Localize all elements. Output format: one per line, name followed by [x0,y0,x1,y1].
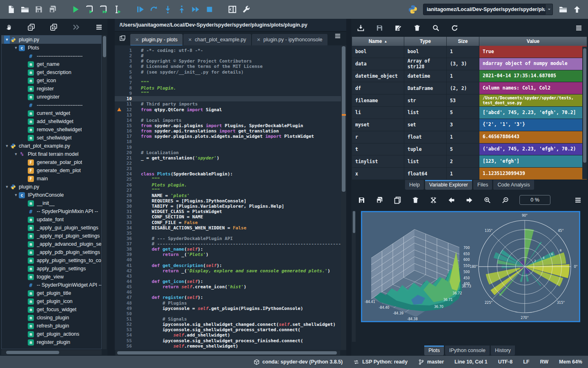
step-into-icon[interactable] [161,2,175,16]
status-cursor[interactable]: Line 10, Col 1 [454,359,488,365]
outline-item-toggle_view[interactable]: mtoggle_view [2,273,101,281]
tree-chevron-icon[interactable]: ▼ [13,193,19,197]
search-variables-icon[interactable] [430,22,442,34]
variable-name[interactable]: x [352,168,404,180]
variable-name[interactable]: r [352,131,404,143]
variable-size[interactable]: (2, 2) [447,82,479,94]
outline-item-chart_plot_example.py[interactable]: ▼chart_plot_example.py [2,142,101,150]
variable-value[interactable]: {'2', '1', '3'} [479,119,587,131]
close-tab-icon[interactable]: ✕ [188,37,192,43]
variable-type[interactable]: bool [404,46,447,58]
plot-thumbnail-selected[interactable]: 700650600550500450400-84.41-84.40-84.39-… [361,211,580,322]
outline-item-_apply_advanced_plugin_s[interactable]: m_apply_advanced_plugin_settings [2,240,101,248]
next-plot-icon[interactable] [463,194,475,206]
variable-row-bool[interactable]: boolbool1True [352,46,587,58]
tree-chevron-icon[interactable]: ▼ [13,152,19,156]
variable-value[interactable]: 6.46567886443 [479,131,587,143]
menu-icon[interactable] [93,21,105,33]
outline-vertical-scrollbar[interactable] [102,35,107,349]
save-all-plots-icon[interactable] [373,194,385,206]
column-header-name[interactable]: Name▲ [352,37,404,46]
outline-item-plots[interactable]: ▼cPlots [2,44,101,52]
outline-item-refresh_plugin[interactable]: mrefresh_plugin [2,322,101,330]
variable-type[interactable]: float [404,131,447,143]
status-eol[interactable]: LF [523,359,529,365]
split-editor-icon[interactable] [117,33,128,44]
code-editor[interactable]: 1# -*- coding: utf-8 -*-2#3# Copyright ©… [115,45,341,350]
variable-size[interactable]: 2 [447,155,479,167]
open-folder-icon[interactable] [18,2,32,16]
variable-row-x[interactable]: xfloat6411.1235123099439 [352,168,587,180]
new-file-icon[interactable] [4,2,18,16]
variable-size[interactable]: 5 [447,107,479,119]
variable-value[interactable]: [123, 'efgh'] [479,155,587,167]
zoom-in-icon[interactable] [481,194,493,206]
variable-row-data[interactable]: dataArray of str128(3, 3)ndarray object … [352,58,587,70]
remove-variable-icon[interactable] [411,22,423,34]
outline-item-plotfinalterrainmodel[interactable]: ▼%Plot final terrain model [2,150,101,158]
variable-row-tinylist[interactable]: tinylistlist2[123, 'efgh'] [352,155,587,168]
outline-item-remove_shellwidget[interactable]: mremove_shellwidget [2,126,101,134]
maximize-pane-icon[interactable] [225,2,239,16]
up-arrow-icon[interactable] [570,2,584,16]
outline-item-[interactable]: #--------------------------- [2,52,101,60]
goto-cursor-icon[interactable] [2,21,15,33]
variable-size[interactable]: (3, 3) [447,58,479,70]
variable-value[interactable]: /Users/Documents/spyder/spyder/tests, te… [479,94,587,106]
variable-size[interactable]: 53 [447,94,479,106]
tools-icon[interactable] [239,2,253,16]
outline-item-add_shellwidget[interactable]: madd_shellwidget [2,117,101,126]
outline-item-generate_dem_plot[interactable]: Fgenerate_dem_plot [2,166,101,175]
pane-tab-plots[interactable]: Plots [424,346,444,355]
pane-tab-ipython-console[interactable]: IPython console [445,346,490,355]
save-data-as-icon[interactable] [392,22,404,34]
outline-horizontal-scrollbar[interactable] [1,350,102,355]
tree-chevron-icon[interactable]: ▼ [13,46,19,50]
variable-value[interactable]: 2021-04-14 17:35:14.687085 [479,70,587,82]
variable-name[interactable]: datetime_object [352,70,404,82]
outline-item-plugin.py[interactable]: ▼plugin.py [2,36,101,44]
status-conda[interactable]: conda: spyder-dev (Python 3.8.5) [254,359,343,365]
working-directory-combobox[interactable]: ianitagomez/Local/Dev-Spyder/spyder/spyd… [423,4,553,15]
outline-item-unregister[interactable]: munregister [2,93,101,101]
outline-item-set_shellwidget[interactable]: mset_shellwidget [2,134,101,142]
variable-type[interactable]: datetime [404,70,447,82]
pane-tab-files[interactable]: Files [473,180,492,190]
outline-item-get_icon[interactable]: mget_icon [2,76,101,85]
editor-vertical-scrollbar[interactable] [341,45,346,350]
variable-type[interactable]: str [404,94,447,106]
outline-item-_apply_gui_plugin_settin[interactable]: m_apply_gui_plugin_settings [2,224,101,232]
pane-tab-history[interactable]: History [491,346,515,355]
variable-value[interactable]: ('abcd', 745, 2.23, 'efgh', 70.2) [479,144,587,155]
run-cell-icon[interactable] [82,2,96,16]
column-header-size[interactable]: Size [447,37,479,46]
pane-tab-variable-explorer[interactable]: Variable Explorer [425,180,472,190]
close-all-plots-icon[interactable] [427,194,439,206]
close-tab-icon[interactable]: ✕ [257,37,261,43]
variable-type[interactable]: DataFrame [404,82,447,94]
outline-item-main[interactable]: Fmain [2,175,101,183]
variable-type[interactable]: list [404,155,447,167]
variable-name[interactable]: df [352,82,404,94]
plots-scrollbar[interactable] [352,211,356,342]
variable-row-li[interactable]: lilist5['abcd', 745, 2.23, 'efgh', 70.2] [352,107,587,119]
expand-all-icon[interactable] [48,21,60,33]
column-header-value[interactable]: Value [479,37,587,46]
outline-item-_apply_mpl_plugin_settin[interactable]: m_apply_mpl_plugin_settings [2,232,101,240]
menu-icon[interactable] [572,194,584,206]
open-folder-icon[interactable] [556,2,570,16]
variable-type[interactable]: list [404,107,447,119]
outline-item-spyderpluginmixinapi[interactable]: #-- SpyderPluginMixin API -- [2,207,101,215]
outline-item-get_name[interactable]: mget_name [2,60,101,68]
outline-item-apply_plugin_settings_to[interactable]: mapply_plugin_settings_to_console [2,256,101,265]
status-permission[interactable]: RW [540,359,548,365]
tree-chevron-icon[interactable]: ▼ [4,144,10,148]
status-memory[interactable]: Mem 64% [559,359,582,365]
outline-item-plugin.py[interactable]: ▼plugin.py [2,183,101,191]
outline-item-ipythonconsole[interactable]: ▼cIPythonConsole [2,191,101,199]
refresh-variables-icon[interactable] [448,22,461,34]
variable-name[interactable]: myset [352,119,404,131]
save-data-icon[interactable] [373,22,385,34]
column-header-type[interactable]: Type [404,37,447,46]
variable-value[interactable]: 1.1235123099439 [479,168,587,180]
